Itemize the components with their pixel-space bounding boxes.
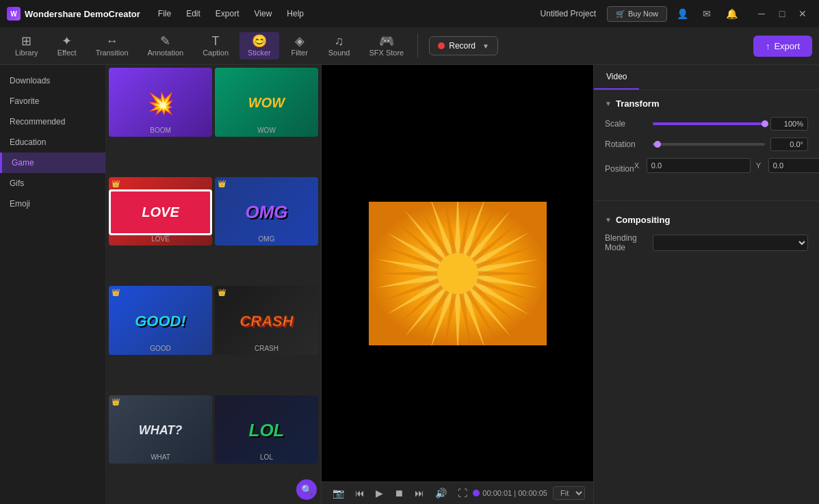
stop-button[interactable]: ⏹ [391, 486, 406, 500]
sidebar-item-favorite[interactable]: Favorite [0, 91, 105, 111]
scale-slider-fill [653, 122, 765, 125]
sticker-omg-image: OMG [215, 189, 318, 236]
tab-video[interactable]: Video [594, 65, 639, 90]
volume-button[interactable]: 🔊 [432, 486, 450, 500]
scale-label: Scale [605, 119, 653, 129]
sidebar-item-emoji[interactable]: Emoji [0, 194, 105, 214]
annotation-icon: ✎ [160, 35, 170, 47]
compositing-header[interactable]: ▼ Compositing [605, 215, 808, 225]
record-button[interactable]: Record ▼ [429, 36, 498, 55]
sidebar-item-gifs[interactable]: Gifs [0, 173, 105, 194]
transition-icon: ↔ [106, 35, 118, 47]
cart-icon: 🛒 [616, 10, 625, 18]
sticker-lol[interactable]: LOL LOL [215, 395, 318, 464]
play-button[interactable]: ▶ [373, 486, 386, 500]
transform-header[interactable]: ▼ Transform [605, 98, 808, 109]
right-panel: Video ▼ Transform Scale 100% R [593, 65, 819, 504]
tool-sound[interactable]: ♫ Sound [320, 32, 359, 59]
menu-file[interactable]: File [151, 6, 178, 21]
prev-frame-button[interactable]: ⏮ [352, 486, 367, 500]
tool-sticker[interactable]: 😊 Sticker [239, 32, 279, 59]
toolbar: ⊞ Library ✦ Effect ↔ Transition ✎ Annota… [0, 27, 819, 65]
library-icon: ⊞ [21, 35, 31, 47]
blending-label: Blending Mode [605, 233, 653, 252]
record-dot-icon [438, 42, 445, 49]
menu-export[interactable]: Export [209, 6, 246, 21]
main-content: Downloads Favorite Recommended Education… [0, 65, 819, 504]
sticker-omg[interactable]: 👑 OMG OMG [215, 177, 318, 246]
position-row: Position X Y [605, 158, 808, 180]
sticker-wow[interactable]: WOW WOW [215, 68, 318, 137]
tool-annotation[interactable]: ✎ Annotation [140, 32, 192, 59]
scale-slider[interactable] [653, 122, 765, 125]
rotation-slider-wrap: 0.0° [653, 137, 808, 151]
title-bar: W Wondershare DemoCreator File Edit Expo… [0, 0, 819, 27]
sticker-panel: Downloads Favorite Recommended Education… [0, 65, 322, 504]
rotation-slider[interactable] [653, 143, 765, 146]
tool-sfxstore[interactable]: 🎮 SFX Store [361, 32, 412, 59]
sticker-love-label: LOVE [151, 235, 170, 243]
scale-value[interactable]: 100% [770, 117, 808, 131]
menu-edit[interactable]: Edit [179, 6, 207, 21]
record-dropdown-icon[interactable]: ▼ [482, 42, 489, 50]
menu-help[interactable]: Help [280, 6, 311, 21]
sticker-what[interactable]: 👑 WHAT? WHAT [109, 395, 212, 464]
blending-select[interactable] [653, 235, 808, 251]
tool-filter[interactable]: ◈ Filter [282, 32, 317, 59]
tool-caption[interactable]: T Caption [194, 32, 237, 59]
toolbar-separator [417, 34, 418, 58]
notification-icon[interactable]: 🔔 [722, 4, 741, 23]
sidebar-item-game[interactable]: Game [0, 152, 105, 173]
sticker-good[interactable]: 👑 GOOD! GOOD [109, 286, 212, 355]
omg-crown-icon: 👑 [218, 180, 226, 187]
window-controls: ─ □ ✕ [752, 4, 812, 23]
sticker-crash[interactable]: 👑 CRASH CRASH [215, 286, 318, 355]
progress-thumb [473, 490, 480, 496]
project-title: Untitled Project [541, 9, 596, 18]
caption-icon: T [212, 35, 220, 47]
sunburst-svg [369, 202, 547, 345]
scale-row: Scale 100% [605, 117, 808, 131]
sidebar-item-education[interactable]: Education [0, 132, 105, 152]
sticker-content: Downloads Favorite Recommended Education… [0, 65, 321, 504]
sticker-love-image: LOVE [109, 189, 212, 236]
minimize-button[interactable]: ─ [752, 4, 771, 23]
sticker-sidebar: Downloads Favorite Recommended Education… [0, 65, 106, 504]
position-label: Position [605, 164, 634, 174]
menu-view[interactable]: View [248, 6, 279, 21]
progress-bar[interactable] [476, 492, 477, 494]
sidebar-item-recommended[interactable]: Recommended [0, 111, 105, 132]
pos-y-input[interactable] [768, 158, 819, 173]
sidebar-item-downloads[interactable]: Downloads [0, 70, 105, 91]
tool-transition[interactable]: ↔ Transition [88, 32, 137, 59]
app-logo: W Wondershare DemoCreator [7, 7, 140, 21]
sticker-love[interactable]: 👑 LOVE LOVE [109, 177, 212, 246]
sticker-search-button[interactable]: 🔍 [296, 479, 317, 500]
close-button[interactable]: ✕ [793, 4, 812, 23]
time-display: 00:00:01 | 00:00:05 [482, 489, 547, 497]
tool-library[interactable]: ⊞ Library [7, 32, 47, 59]
next-frame-button[interactable]: ⏭ [412, 486, 427, 500]
tool-effect[interactable]: ✦ Effect [49, 32, 85, 59]
mail-icon[interactable]: ✉ [697, 4, 716, 23]
buy-now-button[interactable]: 🛒 Buy Now [607, 6, 667, 22]
sound-icon: ♫ [335, 35, 344, 47]
sticker-boom[interactable]: 💥 BOOM [109, 68, 212, 137]
screenshot-button[interactable]: 📷 [330, 486, 347, 500]
fit-select[interactable]: Fit [553, 486, 585, 500]
account-icon[interactable]: 👤 [673, 4, 692, 23]
app-icon: W [7, 7, 21, 21]
good-crown-icon: 👑 [112, 289, 120, 296]
filter-icon: ◈ [295, 35, 304, 47]
export-button[interactable]: ↑ Export [753, 36, 812, 57]
position-fields: X Y [634, 158, 819, 173]
svg-point-37 [437, 253, 478, 294]
sticker-icon: 😊 [252, 35, 267, 47]
pos-x-input[interactable] [647, 158, 751, 173]
fullscreen-button[interactable]: ⛶ [455, 486, 470, 500]
what-crown-icon: 👑 [112, 398, 120, 406]
rotation-value[interactable]: 0.0° [770, 137, 808, 151]
maximize-button[interactable]: □ [772, 4, 792, 23]
video-content [369, 202, 547, 345]
sticker-crash-image: CRASH [215, 298, 318, 345]
